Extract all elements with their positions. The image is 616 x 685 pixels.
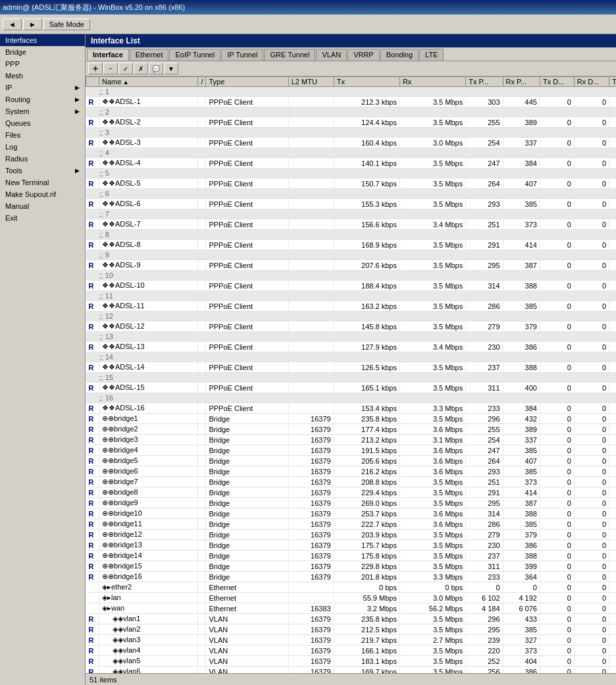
sidebar-item-log[interactable]: Log bbox=[0, 141, 85, 153]
sidebar-item-queues[interactable]: Queues bbox=[0, 117, 85, 129]
sidebar-item-manual[interactable]: Manual bbox=[0, 200, 85, 212]
tab-gre-tunnel[interactable]: GRE Tunnel bbox=[264, 49, 315, 61]
table-row[interactable]: R ◈◈vlan4VLAN16379166.1 kbps3.5 Mbps2203… bbox=[86, 645, 617, 656]
statusbar: 51 items bbox=[86, 673, 616, 685]
col-rxp[interactable]: Rx P... bbox=[503, 77, 540, 87]
tab-vrrp[interactable]: VRRP bbox=[347, 49, 380, 61]
table-row[interactable]: ◈▸wanEthernet163833.2 Mbps56.2 Mbps4 184… bbox=[86, 603, 617, 614]
table-row[interactable]: R⊕⊕bridge11Bridge16379222.7 kbps3.6 Mbps… bbox=[86, 519, 617, 530]
table-row[interactable]: R⊕⊕bridge15Bridge16379229.8 kbps3.5 Mbps… bbox=[86, 561, 617, 572]
table-row[interactable]: R ◈◈vlan5VLAN16379183.1 kbps3.5 Mbps2524… bbox=[86, 656, 617, 667]
table-row[interactable]: R ◈◈vlan6VLAN16379169.7 kbps3.5 Mbps2563… bbox=[86, 667, 617, 674]
table-row[interactable]: R❖❖ADSL-16PPPoE Client153.4 kbps3.3 Mbps… bbox=[86, 403, 617, 414]
sidebar-label-log: Log bbox=[5, 143, 17, 151]
table-group-row: ;; 8 bbox=[86, 230, 617, 240]
sidebar-item-system[interactable]: System ▶ bbox=[0, 105, 85, 117]
tab-ip-tunnel[interactable]: IP Tunnel bbox=[221, 49, 263, 61]
sidebar-item-ip[interactable]: IP ▶ bbox=[0, 82, 85, 94]
table-row[interactable]: R❖❖ADSL-14PPPoE Client126.5 kbps3.5 Mbps… bbox=[86, 362, 617, 373]
col-txe[interactable]: Tx E... bbox=[609, 77, 616, 87]
table-row[interactable]: R❖❖ADSL-2PPPoE Client124.4 kbps3.5 Mbps2… bbox=[86, 117, 617, 128]
tab-interface[interactable]: Interface bbox=[87, 49, 129, 61]
table-row[interactable]: ◈▸ether2Ethernet0 bps0 bps000000 bbox=[86, 582, 617, 593]
table-row[interactable]: R⊕⊕bridge5Bridge16379205.6 kbps3.6 Mbps2… bbox=[86, 456, 617, 466]
disable-button[interactable]: ✗ bbox=[134, 63, 148, 74]
table-row[interactable]: R❖❖ADSL-1PPPoE Client212.3 kbps3.5 Mbps3… bbox=[86, 97, 617, 107]
sidebar-item-routing[interactable]: Routing ▶ bbox=[0, 94, 85, 105]
sidebar-item-radius[interactable]: Radius bbox=[0, 153, 85, 165]
sidebar-item-interfaces[interactable]: Interfaces bbox=[0, 34, 85, 46]
col-txp[interactable]: Tx P... bbox=[466, 77, 503, 87]
table-row[interactable]: R⊕⊕bridge1Bridge16379235.8 kbps3.5 Mbps2… bbox=[86, 414, 617, 424]
table-row[interactable]: R⊕⊕bridge4Bridge16379191.5 kbps3.6 Mbps2… bbox=[86, 445, 617, 456]
tab-ethernet[interactable]: Ethernet bbox=[130, 49, 169, 61]
table-row[interactable]: R❖❖ADSL-8PPPoE Client168.9 kbps3.5 Mbps2… bbox=[86, 240, 617, 250]
table-row[interactable]: R⊕⊕bridge6Bridge16379216.2 kbps3.6 Mbps2… bbox=[86, 466, 617, 477]
sidebar: Interfaces Bridge PPP Mesh IP ▶ Routing … bbox=[0, 34, 86, 685]
sidebar-item-bridge[interactable]: Bridge bbox=[0, 46, 85, 58]
table-row[interactable]: R ◈◈vlan2VLAN16379212.5 kbps3.5 Mbps2953… bbox=[86, 624, 617, 635]
sidebar-item-tools[interactable]: Tools ▶ bbox=[0, 165, 85, 177]
table-row[interactable]: R❖❖ADSL-15PPPoE Client165.1 kbps3.5 Mbps… bbox=[86, 383, 617, 393]
back-button[interactable]: ◄ bbox=[3, 18, 22, 30]
table-row[interactable]: R❖❖ADSL-9PPPoE Client207.6 kbps3.5 Mbps2… bbox=[86, 260, 617, 271]
table-row[interactable]: R❖❖ADSL-11PPPoE Client163.2 kbps3.5 Mbps… bbox=[86, 301, 617, 312]
sidebar-item-files[interactable]: Files bbox=[0, 129, 85, 141]
comment-button[interactable]: 💬 bbox=[149, 63, 163, 74]
table-row[interactable]: R⊕⊕bridge14Bridge16379175.8 kbps3.5 Mbps… bbox=[86, 551, 617, 561]
col-l2mtu[interactable]: L2 MTU bbox=[288, 77, 334, 87]
table-row[interactable]: R⊕⊕bridge10Bridge16379253.7 kbps3.6 Mbps… bbox=[86, 508, 617, 519]
safemode-button[interactable]: Safe Mode bbox=[43, 18, 90, 30]
sidebar-item-exit[interactable]: Exit bbox=[0, 212, 85, 224]
tab-bonding[interactable]: Bonding bbox=[380, 49, 419, 61]
table-row[interactable]: R ◈◈vlan1VLAN16379235.8 kbps3.5 Mbps2964… bbox=[86, 614, 617, 624]
tab-lte[interactable]: LTE bbox=[419, 49, 444, 61]
table-row[interactable]: R⊕⊕bridge12Bridge16379203.9 kbps3.5 Mbps… bbox=[86, 530, 617, 540]
col-sep[interactable]: / bbox=[198, 77, 206, 87]
table-row[interactable]: R❖❖ADSL-13PPPoE Client127.9 kbps3.4 Mbps… bbox=[86, 342, 617, 352]
table-row[interactable]: R⊕⊕bridge16Bridge16379201.8 kbps3.3 Mbps… bbox=[86, 572, 617, 582]
table-group-row: ;; 7 bbox=[86, 209, 617, 219]
table-group-row: ;; 11 bbox=[86, 291, 617, 301]
sidebar-item-mesh[interactable]: Mesh bbox=[0, 70, 85, 82]
col-flag[interactable] bbox=[86, 77, 99, 87]
table-row[interactable]: R⊕⊕bridge13Bridge16379175.7 kbps3.5 Mbps… bbox=[86, 540, 617, 551]
sidebar-label-new-terminal: New Terminal bbox=[5, 178, 49, 186]
sidebar-item-ppp[interactable]: PPP bbox=[0, 58, 85, 70]
col-txd[interactable]: Tx D... bbox=[540, 77, 574, 87]
sidebar-item-new-terminal[interactable]: New Terminal bbox=[0, 177, 85, 188]
table-row[interactable]: R⊕⊕bridge7Bridge16379208.8 kbps3.5 Mbps2… bbox=[86, 477, 617, 487]
enable-button[interactable]: ✓ bbox=[118, 63, 133, 74]
table-row[interactable]: R ◈◈vlan3VLAN16379219.7 kbps2.7 Mbps2393… bbox=[86, 635, 617, 645]
table-row[interactable]: ◈▸lanEthernet55.9 Mbps3.0 Mbps6 1024 192… bbox=[86, 593, 617, 603]
tab-eoip-tunnel[interactable]: EoIP Tunnel bbox=[169, 49, 220, 61]
tab-vlan[interactable]: VLAN bbox=[316, 49, 347, 61]
sidebar-item-make-supout[interactable]: Make Supout.rif bbox=[0, 188, 85, 200]
table-row[interactable]: R❖❖ADSL-3PPPoE Client160.4 kbps3.0 Mbps2… bbox=[86, 138, 617, 148]
sidebar-label-exit: Exit bbox=[5, 214, 17, 222]
table-group-row: ;; 12 bbox=[86, 312, 617, 321]
sidebar-label-interfaces: Interfaces bbox=[5, 36, 37, 44]
filter-button[interactable]: ▼ bbox=[164, 63, 178, 74]
table-row[interactable]: R⊕⊕bridge3Bridge16379213.2 kbps3.1 Mbps2… bbox=[86, 435, 617, 445]
table-row[interactable]: R⊕⊕bridge8Bridge16379229.4 kbps3.5 Mbps2… bbox=[86, 487, 617, 498]
col-rx[interactable]: Rx bbox=[399, 77, 465, 87]
forward-button[interactable]: ► bbox=[23, 18, 42, 30]
add-button[interactable]: + bbox=[88, 63, 103, 74]
table-row[interactable]: R❖❖ADSL-12PPPoE Client145.8 kbps3.5 Mbps… bbox=[86, 321, 617, 332]
remove-button[interactable]: − bbox=[103, 63, 118, 74]
table-row[interactable]: R❖❖ADSL-4PPPoE Client140.1 kbps3.5 Mbps2… bbox=[86, 158, 617, 169]
table-row[interactable]: R❖❖ADSL-5PPPoE Client150.7 kbps3.5 Mbps2… bbox=[86, 178, 617, 189]
chevron-right-icon: ▶ bbox=[75, 167, 80, 174]
col-type[interactable]: Type bbox=[206, 77, 288, 87]
interface-table-wrapper[interactable]: Name / Type L2 MTU Tx Rx Tx P... Rx P...… bbox=[86, 76, 616, 673]
col-rxd[interactable]: Rx D... bbox=[574, 77, 609, 87]
table-group-row: ;; 16 bbox=[86, 393, 617, 403]
table-row[interactable]: R⊕⊕bridge9Bridge16379269.0 kbps3.5 Mbps2… bbox=[86, 498, 617, 508]
col-tx[interactable]: Tx bbox=[334, 77, 399, 87]
table-row[interactable]: R⊕⊕bridge2Bridge16379177.4 kbps3.6 Mbps2… bbox=[86, 424, 617, 435]
table-row[interactable]: R❖❖ADSL-6PPPoE Client155.3 kbps3.5 Mbps2… bbox=[86, 199, 617, 209]
table-row[interactable]: R❖❖ADSL-10PPPoE Client188.4 kbps3.5 Mbps… bbox=[86, 281, 617, 291]
table-row[interactable]: R❖❖ADSL-7PPPoE Client156.6 kbps3.4 Mbps2… bbox=[86, 219, 617, 230]
col-name[interactable]: Name bbox=[99, 77, 198, 87]
